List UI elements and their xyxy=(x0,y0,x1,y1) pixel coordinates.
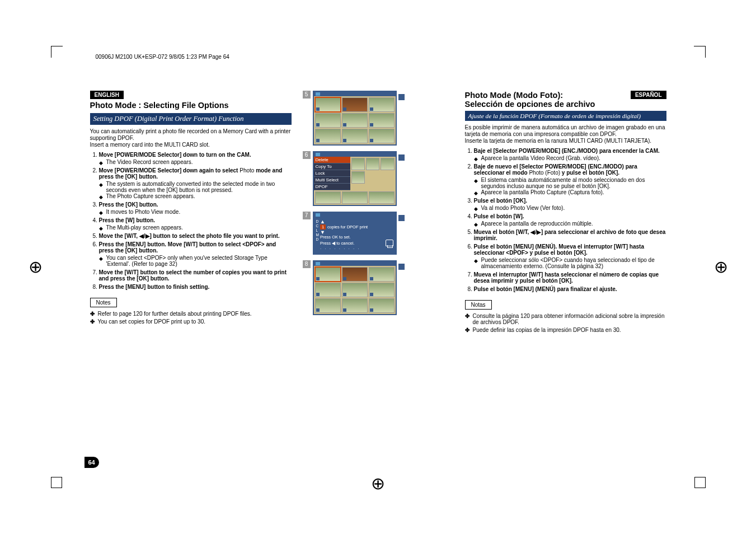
section-title-en: Photo Mode : Selecting File Options xyxy=(90,101,292,110)
step-item: Baje el [Selector POWER/MODE] (ENC./MODO… xyxy=(474,148,666,161)
illustration-number: 5 xyxy=(303,91,311,99)
step-item: Press the [W] button. ◆The Multi-play sc… xyxy=(99,217,292,231)
illustration-number: 8 xyxy=(303,260,311,268)
illustration-6: 6 Delete Copy To Lock Multi Select DPOF xyxy=(303,151,403,206)
step-item: Move the [W/T, ◀/▶] button to select the… xyxy=(99,233,292,239)
screen-mockup xyxy=(313,260,397,315)
print-icon xyxy=(398,94,405,100)
dpof-copies-number: 1 xyxy=(320,224,326,229)
arrow-up-icon: ▲ xyxy=(320,219,393,224)
dpof-copies-label: copies for DPOF print xyxy=(327,224,368,229)
document-sheet: ⊕ ⊕ ⊕ 00906J M2100 UK+ESP-072 9/8/05 1:2… xyxy=(51,46,706,488)
step-item: Pulse el botón [MENU] (MENÚ). Mueva el i… xyxy=(474,243,666,269)
screen-mockup xyxy=(313,91,397,146)
intro-text-es: Es posible imprimir de manera automática… xyxy=(465,124,666,144)
step-item: Press the [MENU] button to finish settin… xyxy=(99,284,292,290)
step-item: Move [POWER/MODE Selector] down again to… xyxy=(99,167,292,199)
step-item: Mueva el botón [W/T, ◀/▶] para seleccion… xyxy=(474,229,666,241)
dpof-letters: D C L M D xyxy=(316,219,319,251)
illustration-7: 7 D C L M D ▲ xyxy=(303,212,403,255)
notes-list-en: ✤Refer to page 120 for further details a… xyxy=(90,311,292,325)
step-item: Mueva el interruptor [W/T] hasta selecci… xyxy=(474,271,666,284)
step-item: Pulse el botón [OK]. ◆Va al modo Photo V… xyxy=(474,198,666,211)
subsection-bar-en: Setting DPOF (Digital Print Order Format… xyxy=(90,113,292,125)
dpof-cancel-label: Press ◀ to cancel. xyxy=(320,241,354,246)
dpof-ok-label: Press OK to set. xyxy=(320,235,393,240)
context-menu: Delete Copy To Lock Multi Select DPOF xyxy=(314,157,350,190)
step-item: Press the [MENU] button. Move [W/T] butt… xyxy=(99,241,292,267)
print-icon xyxy=(398,215,405,221)
illustration-number: 6 xyxy=(303,151,311,159)
section-title-es-1: Photo Mode (Modo Foto): xyxy=(465,91,595,100)
illustration-number: 7 xyxy=(303,212,311,219)
lang-badge-english: ENGLISH xyxy=(90,91,124,99)
steps-list-es: Baje el [Selector POWER/MODE] (ENC./MODO… xyxy=(465,148,666,292)
intro-text-en: You can automatically print a photo file… xyxy=(90,128,292,148)
notes-list-es: ✤Consulte la página 120 para obtener inf… xyxy=(465,313,666,333)
screen-mockup: Delete Copy To Lock Multi Select DPOF xyxy=(313,151,397,206)
menu-item: Copy To xyxy=(314,163,350,170)
notes-label-es: Notas xyxy=(465,300,492,310)
step-item: Move [POWER/MODE Selector] down to turn … xyxy=(99,152,292,165)
print-header-line: 00906J M2100 UK+ESP-072 9/8/05 1:23 PM P… xyxy=(96,54,229,60)
menu-item: Delete xyxy=(314,157,350,163)
steps-list-en: Move [POWER/MODE Selector] down to turn … xyxy=(90,152,292,290)
print-icon xyxy=(398,264,405,270)
step-item: Pulse el botón [W]. ◆Aparece la pantalla… xyxy=(474,213,666,227)
step-item: Baje de nuevo el [Selector POWER/MODE] (… xyxy=(474,163,666,195)
section-title-es-2: Selección de opciones de archivo xyxy=(465,100,595,109)
menu-item: Lock xyxy=(314,170,350,177)
menu-item: DPOF xyxy=(314,184,350,190)
menu-item: Multi Select xyxy=(314,177,350,184)
dpof-dots: · · · · · · · · · xyxy=(320,246,393,251)
notes-label-en: Notes xyxy=(90,298,117,307)
step-item: Move the [W/T] button to select the numb… xyxy=(99,269,292,282)
page-number-badge: 64 xyxy=(84,457,99,468)
step-item: Press the [OK] button. ◆It moves to Phot… xyxy=(99,202,292,215)
screen-mockup: D C L M D ▲ 1 copies for DPOF print ▼ Pr… xyxy=(313,212,397,255)
lang-badge-spanish: ESPAÑOL xyxy=(631,91,666,99)
illustration-5: 5 xyxy=(303,91,403,146)
illustration-8: 8 xyxy=(303,260,403,315)
arrow-down-icon: ▼ xyxy=(320,230,393,235)
subsection-bar-es: Ajuste de la función DPOF (Formato de or… xyxy=(465,111,666,121)
column-english: ENGLISH Photo Mode : Selecting File Opti… xyxy=(90,91,292,335)
page-body: ENGLISH Photo Mode : Selecting File Opti… xyxy=(90,91,666,335)
illustration-strip: 5 6 Delete xyxy=(303,91,403,335)
column-spanish: Photo Mode (Modo Foto): Selección de opc… xyxy=(465,91,666,335)
print-icon xyxy=(398,154,405,161)
printer-icon xyxy=(386,240,393,246)
step-item: Pulse el botón [MENU] (MENÚ) para finali… xyxy=(474,286,666,292)
